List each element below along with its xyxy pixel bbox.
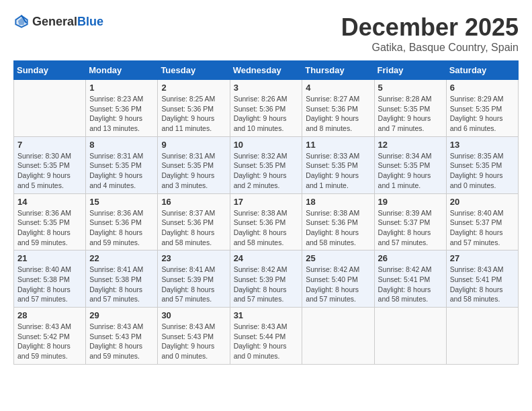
day-cell: 15Sunrise: 8:36 AMSunset: 5:36 PMDayligh… [86,193,158,250]
day-number: 16 [161,197,226,207]
day-number: 25 [306,253,370,263]
day-number: 6 [450,83,515,93]
day-info: Sunrise: 8:41 AMSunset: 5:38 PMDaylight:… [89,265,154,304]
day-cell: 2Sunrise: 8:25 AMSunset: 5:36 PMDaylight… [158,80,230,137]
day-info: Sunrise: 8:36 AMSunset: 5:35 PMDaylight:… [17,208,82,248]
day-cell: 5Sunrise: 8:28 AMSunset: 5:35 PMDaylight… [374,80,446,137]
day-info: Sunrise: 8:23 AMSunset: 5:36 PMDaylight:… [89,94,154,134]
day-info: Sunrise: 8:43 AMSunset: 5:41 PMDaylight:… [450,265,515,304]
day-number: 18 [306,197,370,207]
day-cell: 14Sunrise: 8:36 AMSunset: 5:35 PMDayligh… [14,193,86,250]
day-cell: 12Sunrise: 8:34 AMSunset: 5:35 PMDayligh… [374,136,446,193]
day-info: Sunrise: 8:29 AMSunset: 5:35 PMDaylight:… [450,94,515,134]
day-cell: 11Sunrise: 8:33 AMSunset: 5:35 PMDayligh… [302,136,374,193]
week-row-1: 1Sunrise: 8:23 AMSunset: 5:36 PMDaylight… [14,80,519,137]
day-info: Sunrise: 8:31 AMSunset: 5:35 PMDaylight:… [89,151,154,191]
day-info: Sunrise: 8:39 AMSunset: 5:37 PMDaylight:… [378,208,443,248]
day-cell: 30Sunrise: 8:43 AMSunset: 5:43 PMDayligh… [158,308,230,365]
day-number: 20 [450,197,515,207]
day-cell [302,308,374,365]
day-number: 29 [89,310,154,320]
day-cell: 3Sunrise: 8:26 AMSunset: 5:36 PMDaylight… [230,80,302,137]
day-cell: 1Sunrise: 8:23 AMSunset: 5:36 PMDaylight… [86,80,158,137]
day-info: Sunrise: 8:37 AMSunset: 5:36 PMDaylight:… [161,208,226,248]
logo: GeneralBlue [13,13,103,30]
day-number: 24 [234,253,299,263]
day-cell: 9Sunrise: 8:31 AMSunset: 5:35 PMDaylight… [158,136,230,193]
day-info: Sunrise: 8:28 AMSunset: 5:35 PMDaylight:… [378,94,443,134]
day-number: 26 [378,253,443,263]
day-cell: 27Sunrise: 8:43 AMSunset: 5:41 PMDayligh… [446,250,518,308]
day-cell: 19Sunrise: 8:39 AMSunset: 5:37 PMDayligh… [374,193,446,250]
day-number: 30 [161,310,226,320]
day-number: 23 [161,253,226,263]
day-cell: 26Sunrise: 8:42 AMSunset: 5:41 PMDayligh… [374,250,446,308]
day-info: Sunrise: 8:43 AMSunset: 5:44 PMDaylight:… [234,322,299,361]
title-area: December 2025 Gatika, Basque Country, Sp… [341,13,519,54]
day-info: Sunrise: 8:30 AMSunset: 5:35 PMDaylight:… [17,151,82,191]
day-number: 1 [89,83,154,93]
day-number: 3 [234,83,299,93]
day-of-week-thursday: Thursday [302,61,374,80]
calendar-table: SundayMondayTuesdayWednesdayThursdayFrid… [13,60,519,365]
week-row-5: 28Sunrise: 8:43 AMSunset: 5:42 PMDayligh… [14,308,519,365]
day-number: 13 [450,140,515,150]
day-cell: 7Sunrise: 8:30 AMSunset: 5:35 PMDaylight… [14,136,86,193]
day-number: 22 [89,253,154,263]
day-cell: 24Sunrise: 8:42 AMSunset: 5:39 PMDayligh… [230,250,302,308]
day-of-week-saturday: Saturday [446,61,518,80]
day-of-week-monday: Monday [86,61,158,80]
calendar-body: 1Sunrise: 8:23 AMSunset: 5:36 PMDaylight… [14,80,519,365]
logo-blue: Blue [77,15,103,28]
day-info: Sunrise: 8:36 AMSunset: 5:36 PMDaylight:… [89,208,154,248]
day-number: 14 [17,197,82,207]
day-cell: 17Sunrise: 8:38 AMSunset: 5:36 PMDayligh… [230,193,302,250]
day-of-week-sunday: Sunday [14,61,86,80]
logo-general: General [32,15,77,28]
day-info: Sunrise: 8:43 AMSunset: 5:42 PMDaylight:… [17,322,82,361]
day-info: Sunrise: 8:27 AMSunset: 5:36 PMDaylight:… [306,94,370,134]
week-row-3: 14Sunrise: 8:36 AMSunset: 5:35 PMDayligh… [14,193,519,250]
day-number: 31 [234,310,299,320]
day-cell: 29Sunrise: 8:43 AMSunset: 5:43 PMDayligh… [86,308,158,365]
day-cell: 18Sunrise: 8:38 AMSunset: 5:36 PMDayligh… [302,193,374,250]
day-number: 8 [89,140,154,150]
day-number: 27 [450,253,515,263]
day-info: Sunrise: 8:40 AMSunset: 5:38 PMDaylight:… [17,265,82,304]
day-info: Sunrise: 8:42 AMSunset: 5:39 PMDaylight:… [234,265,299,304]
day-cell: 31Sunrise: 8:43 AMSunset: 5:44 PMDayligh… [230,308,302,365]
day-info: Sunrise: 8:43 AMSunset: 5:43 PMDaylight:… [89,322,154,361]
day-number: 9 [161,140,226,150]
day-cell: 6Sunrise: 8:29 AMSunset: 5:35 PMDaylight… [446,80,518,137]
day-info: Sunrise: 8:42 AMSunset: 5:41 PMDaylight:… [378,265,443,304]
day-cell: 10Sunrise: 8:32 AMSunset: 5:35 PMDayligh… [230,136,302,193]
logo-icon [13,13,30,30]
day-number: 12 [378,140,443,150]
day-cell: 22Sunrise: 8:41 AMSunset: 5:38 PMDayligh… [86,250,158,308]
day-cell: 4Sunrise: 8:27 AMSunset: 5:36 PMDaylight… [302,80,374,137]
day-cell: 20Sunrise: 8:40 AMSunset: 5:37 PMDayligh… [446,193,518,250]
day-number: 10 [234,140,299,150]
day-cell [14,80,86,137]
day-cell: 21Sunrise: 8:40 AMSunset: 5:38 PMDayligh… [14,250,86,308]
day-number: 15 [89,197,154,207]
day-number: 28 [17,310,82,320]
day-info: Sunrise: 8:38 AMSunset: 5:36 PMDaylight:… [234,208,299,248]
day-info: Sunrise: 8:26 AMSunset: 5:36 PMDaylight:… [234,94,299,134]
day-of-week-tuesday: Tuesday [158,61,230,80]
main-title: December 2025 [341,13,519,42]
day-info: Sunrise: 8:33 AMSunset: 5:35 PMDaylight:… [306,151,370,191]
day-number: 17 [234,197,299,207]
day-info: Sunrise: 8:42 AMSunset: 5:40 PMDaylight:… [306,265,370,304]
day-info: Sunrise: 8:25 AMSunset: 5:36 PMDaylight:… [161,94,226,134]
day-number: 5 [378,83,443,93]
day-cell: 28Sunrise: 8:43 AMSunset: 5:42 PMDayligh… [14,308,86,365]
subtitle: Gatika, Basque Country, Spain [341,42,519,54]
page-header: GeneralBlue December 2025 Gatika, Basque… [13,13,519,54]
day-cell: 13Sunrise: 8:35 AMSunset: 5:35 PMDayligh… [446,136,518,193]
day-cell: 25Sunrise: 8:42 AMSunset: 5:40 PMDayligh… [302,250,374,308]
day-cell: 23Sunrise: 8:41 AMSunset: 5:39 PMDayligh… [158,250,230,308]
week-row-2: 7Sunrise: 8:30 AMSunset: 5:35 PMDaylight… [14,136,519,193]
day-of-week-header: SundayMondayTuesdayWednesdayThursdayFrid… [14,61,519,80]
day-cell: 8Sunrise: 8:31 AMSunset: 5:35 PMDaylight… [86,136,158,193]
